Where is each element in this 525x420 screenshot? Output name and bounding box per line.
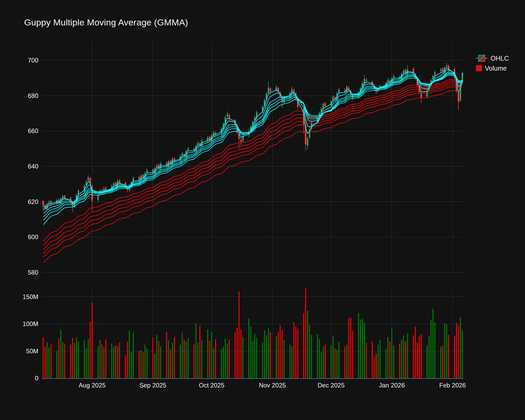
volume-bar	[456, 323, 457, 378]
volume-bar	[117, 346, 118, 378]
volume-bar	[92, 302, 93, 378]
candle-body	[366, 80, 367, 81]
volume-bar	[58, 339, 59, 378]
x-tick-label: Feb 2026	[439, 382, 466, 389]
volume-bar	[303, 313, 304, 378]
volume-bar	[127, 342, 128, 378]
volume-bar	[101, 345, 102, 378]
volume-tick-label: 0	[35, 375, 38, 382]
candle-body	[56, 200, 57, 203]
candle-body	[240, 140, 242, 142]
volume-bar	[196, 324, 197, 378]
price-plot-area[interactable]	[42, 41, 463, 272]
x-tick-label: Jan 2026	[379, 382, 405, 389]
candle-body	[307, 138, 308, 146]
volume-bar	[235, 332, 236, 378]
volume-bar	[317, 334, 318, 378]
volume-bar	[305, 288, 306, 378]
volume-bar	[84, 340, 85, 378]
candle-body	[187, 148, 189, 150]
volume-bar	[270, 332, 271, 378]
volume-bar	[372, 341, 373, 378]
volume-bar	[268, 328, 269, 378]
volume-bar	[180, 345, 181, 378]
volume-bar	[72, 338, 73, 378]
volume-bar	[307, 310, 308, 378]
volume-bar	[282, 330, 283, 378]
volume-bar	[90, 322, 91, 378]
volume-bar	[152, 338, 153, 378]
volume-bar	[330, 346, 332, 378]
volume-bar	[297, 329, 298, 378]
volume-bar	[243, 337, 244, 378]
gmma-chart-window: 580600620640660680700050M100M150MAug 202…	[0, 0, 525, 420]
volume-bar	[446, 324, 447, 378]
candle-body	[64, 196, 65, 198]
volume-bar	[362, 318, 363, 378]
volume-bar	[174, 337, 175, 378]
candle-body	[446, 66, 447, 67]
volume-bar	[405, 341, 406, 378]
volume-bar	[325, 345, 326, 378]
volume-bar	[113, 347, 114, 378]
volume-bar	[293, 322, 295, 378]
volume-bar	[182, 333, 183, 378]
volume-bar	[366, 342, 367, 378]
volume-bar	[168, 340, 169, 378]
volume-bar	[111, 344, 112, 378]
volume-bar	[387, 337, 388, 378]
volume-bar	[45, 347, 46, 378]
candle-body	[421, 93, 422, 98]
x-tick-label: Aug 2025	[79, 382, 106, 389]
x-tick-label: Sep 2025	[139, 382, 166, 389]
volume-bar	[454, 336, 455, 378]
volume-bar	[348, 318, 349, 378]
volume-bar	[186, 341, 187, 378]
volume-bar	[429, 336, 430, 378]
volume-bar	[227, 344, 228, 378]
volume-bar	[323, 346, 324, 378]
volume-bar	[380, 340, 381, 378]
candle-body	[113, 183, 114, 186]
volume-bar	[376, 354, 377, 378]
volume-bar	[391, 329, 392, 378]
volume-bar	[201, 340, 202, 378]
volume-bar	[295, 327, 296, 378]
candle-body	[284, 98, 285, 102]
volume-bar	[240, 329, 242, 378]
price-tick-label: 580	[28, 269, 38, 276]
candle-body	[48, 202, 50, 203]
legend-item-volume[interactable]: Volume	[476, 64, 509, 73]
x-tick-label: Oct 2025	[199, 382, 224, 389]
volume-bar	[401, 340, 402, 378]
volume-bar	[99, 340, 101, 378]
volume-bar	[421, 334, 422, 378]
candle-body	[270, 88, 271, 91]
volume-bar	[221, 349, 222, 378]
legend-label-ohlc: OHLC	[491, 55, 509, 62]
volume-bar	[311, 335, 312, 378]
volume-bar	[291, 346, 292, 378]
volume-bar	[290, 345, 291, 378]
volume-bar	[133, 332, 134, 378]
volume-bar	[105, 340, 106, 378]
candle-body	[87, 177, 89, 181]
legend-item-ohlc[interactable]: OHLC	[476, 54, 509, 63]
volume-bar	[172, 342, 173, 378]
volume-bar	[197, 343, 198, 378]
candle-body	[156, 165, 158, 168]
volume-bar	[139, 351, 140, 379]
volume-bar	[43, 338, 44, 378]
volume-bar	[417, 342, 418, 378]
volume-bar	[188, 338, 189, 378]
volume-bar	[333, 336, 334, 378]
volume-bar	[444, 323, 445, 378]
volume-bar	[49, 347, 50, 378]
volume-bar	[145, 345, 146, 378]
volume-bar	[458, 325, 459, 378]
volume-bar	[389, 341, 390, 378]
volume-bar	[156, 335, 157, 378]
candle-body	[403, 71, 404, 73]
volume-bar	[278, 332, 279, 378]
volume-bar	[393, 346, 394, 378]
